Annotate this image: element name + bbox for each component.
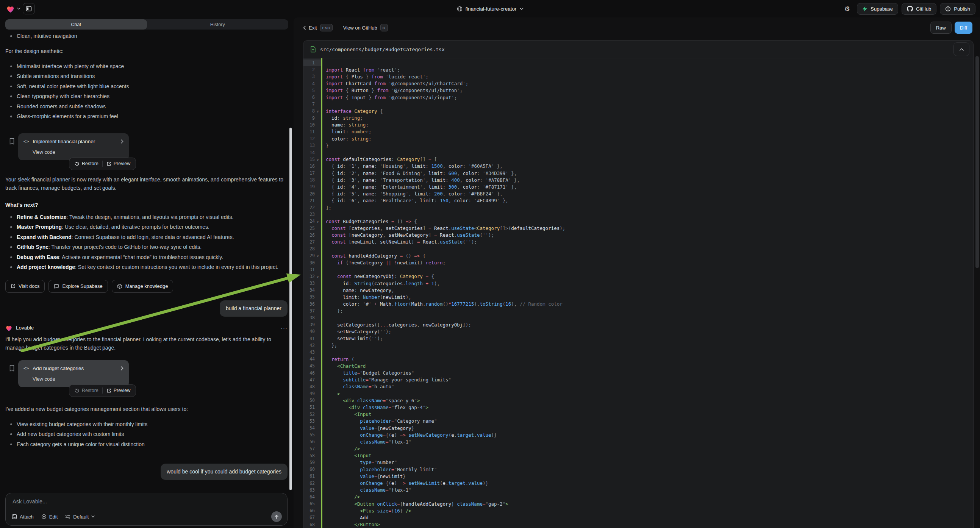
file-header[interactable]: src/components/budget/BudgetCategories.t… [304, 41, 973, 58]
globe-icon [457, 6, 462, 12]
line-number: 22 [304, 205, 315, 210]
code-text: subtitle="Manage your spending limits" [321, 377, 451, 383]
code-icon: <> [24, 364, 29, 373]
line-number: 68 [304, 522, 315, 527]
fold-chevron-icon[interactable]: ∨ [315, 157, 321, 162]
version-card[interactable]: <> Implement financial planner View code [18, 133, 129, 160]
project-switcher[interactable]: financial-future-creator [457, 0, 523, 17]
preview-label: Preview [114, 159, 130, 168]
code-line: 47 subtitle="Manage your spending limits… [304, 377, 973, 383]
line-number: 66 [304, 508, 315, 513]
mode-selector[interactable]: Default [65, 514, 95, 520]
chevron-down-icon[interactable] [17, 8, 21, 10]
line-number: 4 [304, 81, 315, 86]
view-on-github-button[interactable]: View on GitHub G [343, 24, 388, 32]
fold-gutter [315, 428, 321, 429]
attach-button[interactable]: Attach [12, 514, 34, 520]
list-item: Rounded corners and subtle shadows [5, 102, 288, 112]
added-bullet-list: View existing budget categories with the… [5, 419, 288, 450]
sidebar-toggle-button[interactable] [23, 3, 35, 14]
line-number: 56 [304, 439, 315, 444]
fold-gutter [315, 400, 321, 401]
line-number: 42 [304, 343, 315, 348]
restore-button[interactable]: Restore [71, 159, 102, 168]
line-number: 49 [304, 391, 315, 396]
code-line: 34 name: newCategory, [304, 287, 973, 294]
line-number: 50 [304, 398, 315, 403]
chat-scrollbar[interactable] [290, 128, 292, 490]
preview-button[interactable]: Preview [103, 386, 134, 395]
code-area[interactable]: 12import React from 'react';3import { Pl… [304, 58, 973, 528]
code-line: 38 [304, 314, 973, 321]
publish-button[interactable]: Publish [940, 3, 975, 15]
code-text: id: string; [321, 115, 363, 121]
chevron-up-icon [959, 48, 964, 51]
github-button[interactable]: GitHub [902, 3, 936, 15]
list-item: Clean, intuitive navigation [5, 32, 288, 41]
code-line: 44 return ( [304, 356, 973, 363]
code-line: 28 [304, 245, 973, 252]
code-line: 48 className="h-auto" [304, 383, 973, 390]
fold-chevron-icon[interactable]: ∨ [315, 253, 321, 258]
publish-globe-icon [945, 6, 951, 12]
mode-label: Default [73, 514, 89, 520]
line-number: 6 [304, 95, 315, 100]
fold-chevron-icon[interactable]: ∨ [315, 219, 321, 223]
sliders-icon [65, 514, 70, 519]
manage-knowledge-button[interactable]: Manage knowledge [112, 280, 173, 293]
editor-scrollbar[interactable] [975, 40, 979, 528]
fold-gutter [315, 503, 321, 504]
supabase-button[interactable]: Supabase [857, 3, 898, 15]
restore-label: Restore [82, 159, 99, 168]
view-code-link[interactable]: View code [33, 375, 124, 383]
code-line: 30 if (!newCategory || !newLimit) return… [304, 259, 973, 266]
restore-button[interactable]: Restore [71, 386, 102, 395]
visit-docs-button[interactable]: Visit docs [5, 280, 45, 293]
fold-chevron-icon[interactable]: ∨ [315, 109, 321, 113]
edit-mode-button[interactable]: Edit [41, 514, 57, 520]
line-number: 65 [304, 501, 315, 506]
line-number: 32 [304, 274, 315, 279]
chat-input[interactable] [13, 498, 264, 504]
fold-gutter [315, 517, 321, 518]
exit-button[interactable]: Exit esc [303, 24, 332, 32]
code-line: 42 }; [304, 342, 973, 349]
lovable-heart-icon [5, 324, 13, 331]
code-text: { id: '4', name: 'Entertainment', limit:… [321, 184, 517, 190]
diff-toggle-button[interactable]: Diff [955, 22, 972, 34]
code-line: 7 [304, 101, 973, 108]
bookmark-icon[interactable] [5, 133, 18, 145]
code-text: const [newCategory, setNewCategory] = Re… [321, 232, 494, 238]
preview-button[interactable]: Preview [103, 159, 134, 168]
raw-toggle-button[interactable]: Raw [931, 22, 951, 34]
fold-gutter [315, 359, 321, 360]
lovable-logo[interactable] [6, 5, 15, 13]
send-button[interactable] [271, 511, 282, 522]
fold-gutter [315, 269, 321, 270]
collapse-file-button[interactable] [953, 43, 969, 56]
explore-supabase-button[interactable]: Explore Supabase [48, 280, 108, 293]
line-number: 64 [304, 494, 315, 499]
fold-gutter [315, 324, 321, 325]
bookmark-icon[interactable] [5, 360, 18, 372]
code-text: <ChartCard [321, 363, 366, 369]
code-icon: <> [24, 137, 29, 146]
publish-label: Publish [954, 6, 970, 12]
gear-icon: ⚙ [845, 6, 850, 12]
version-card[interactable]: <> Add budget categories View code [18, 360, 129, 387]
code-line: 60 placeholder="Monthly limit" [304, 466, 973, 473]
settings-button[interactable]: ⚙ [841, 3, 853, 15]
code-text: ]; [321, 205, 331, 211]
code-line: 55 onChange={(e) => setNewCategory(e.tar… [304, 431, 973, 438]
code-text: <Input [321, 411, 371, 417]
app-window: financial-future-creator ⚙ Supabase GitH… [0, 0, 980, 528]
scrollbar-thumb[interactable] [975, 56, 979, 268]
code-text: limit: Number(newLimit), [321, 294, 411, 300]
more-options-icon[interactable]: ··· [281, 324, 288, 332]
tab-history[interactable]: History [147, 19, 289, 30]
view-code-link[interactable]: View code [33, 148, 124, 156]
code-line: 43 [304, 349, 973, 356]
tab-chat[interactable]: Chat [5, 19, 147, 30]
code-line: 25 const [categories, setCategories] = R… [304, 225, 973, 232]
fold-chevron-icon[interactable]: ∨ [315, 274, 321, 279]
